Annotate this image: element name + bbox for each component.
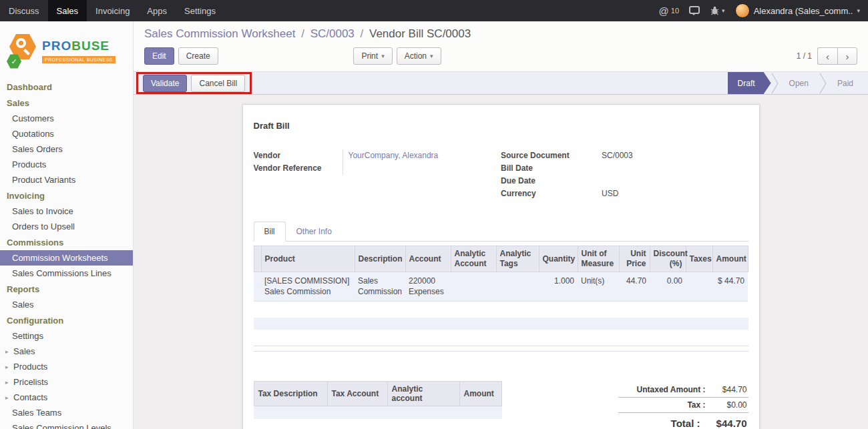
vendor-value-link[interactable]: YourCompany, Alexandra xyxy=(349,151,439,160)
status-draft[interactable]: Draft xyxy=(728,72,771,94)
user-menu[interactable]: Alexandra (Sales_comm.. ▾ xyxy=(735,3,860,18)
total-label: Total : xyxy=(671,418,700,429)
vendor-bill-sheet: Draft Bill Vendor YourCompany, Alexandra… xyxy=(242,104,760,429)
untaxed-amount-row: Untaxed Amount : $44.70 xyxy=(618,382,748,398)
column-header-account: Account xyxy=(405,246,451,272)
tax-row: Tax : $0.00 xyxy=(618,398,748,413)
notebook-tabs: Bill Other Info xyxy=(254,222,748,242)
tax-and-totals-section: Tax Description Tax Account Analytic acc… xyxy=(254,381,748,429)
nav-discuss[interactable]: Discuss xyxy=(0,0,48,21)
untaxed-amount-value: $44.70 xyxy=(706,385,747,394)
column-header-analytic-tags: Analytic Tags xyxy=(496,246,539,272)
edit-button[interactable]: Edit xyxy=(144,47,174,65)
tab-other-info[interactable]: Other Info xyxy=(286,222,343,242)
sidebar-item-label: Pricelists xyxy=(13,377,48,387)
nav-invoicing[interactable]: Invoicing xyxy=(87,0,138,21)
sidebar-item-quotations[interactable]: Quotations xyxy=(0,126,133,141)
column-header-unit-price: Unit Price xyxy=(619,246,650,272)
debug-bug-icon xyxy=(710,6,720,15)
form-view-container: Draft Bill Vendor YourCompany, Alexandra… xyxy=(134,95,868,429)
nav-settings[interactable]: Settings xyxy=(176,0,224,21)
status-paid[interactable]: Paid xyxy=(827,72,864,94)
nav-sales[interactable]: Sales xyxy=(48,0,87,21)
bill-date-value xyxy=(596,162,748,175)
sidebar-item-sales-to-invoice[interactable]: Sales to Invoice xyxy=(0,203,133,219)
column-header-uom: Unit of Measure xyxy=(578,246,619,272)
cell-amount: $ 44.70 xyxy=(712,272,748,302)
check-icon: ✓ xyxy=(11,57,17,66)
tab-bill[interactable]: Bill xyxy=(254,222,286,242)
sidebar-item-orders-to-upsell[interactable]: Orders to Upsell xyxy=(0,219,133,234)
column-header-discount: Discount (%) xyxy=(650,246,686,272)
pager-previous-button[interactable]: ‹ xyxy=(817,47,837,65)
bill-line-row[interactable]: [SALES COMMISSION] Sales Commission Sale… xyxy=(254,272,748,302)
avatar xyxy=(735,3,750,18)
cell-uom: Unit(s) xyxy=(578,272,619,302)
sidebar-item-config-settings[interactable]: Settings xyxy=(0,328,133,344)
cell-analytic-account xyxy=(451,272,496,302)
sidebar-item-reports-sales[interactable]: Sales xyxy=(0,297,133,312)
sidebar-item-commission-worksheets[interactable]: Commission Worksheets xyxy=(0,250,133,266)
sidebar-item-products[interactable]: Products xyxy=(0,157,133,172)
handle-cell xyxy=(254,272,261,302)
logo-text: PROBUSE PROFESSIONAL BUSINESS xyxy=(42,39,116,63)
sidebar-item-config-products[interactable]: ▸ Products xyxy=(0,359,133,374)
cell-discount: 0.00 xyxy=(650,272,686,302)
status-open[interactable]: Open xyxy=(779,72,819,94)
sidebar-item-config-contacts[interactable]: ▸ Contacts xyxy=(0,390,133,405)
total-value: $44.70 xyxy=(700,418,747,429)
untaxed-amount-label: Untaxed Amount : xyxy=(637,385,706,394)
total-row: Total : $44.70 xyxy=(618,413,748,429)
sidebar-heading-commissions[interactable]: Commissions xyxy=(0,234,133,250)
sidebar-item-sales-orders[interactable]: Sales Orders xyxy=(0,141,133,157)
pager-next-button[interactable]: › xyxy=(837,47,857,65)
expand-arrow-icon: ▸ xyxy=(5,348,10,355)
source-document-label: Source Document xyxy=(501,149,596,162)
mentions-button[interactable]: @ 10 xyxy=(659,5,679,17)
column-header-amount: Amount xyxy=(712,246,748,272)
probuse-logo: ✓ PROBUSE PROFESSIONAL BUSINESS xyxy=(0,21,133,79)
chevron-separator-icon xyxy=(771,72,779,94)
sidebar-item-sales-commission-levels[interactable]: Sales Commission Levels xyxy=(0,420,133,429)
nav-apps[interactable]: Apps xyxy=(138,0,176,21)
sidebar-item-product-variants[interactable]: Product Variants xyxy=(0,172,133,187)
sidebar-heading-sales[interactable]: Sales xyxy=(0,95,133,111)
empty-tax-row xyxy=(254,406,502,419)
print-dropdown-button[interactable]: Print ▾ xyxy=(353,47,392,65)
sidebar-item-label: Contacts xyxy=(13,392,47,402)
cell-analytic-tags xyxy=(496,272,539,302)
cell-description: Sales Commission xyxy=(355,272,405,302)
validate-button[interactable]: Validate xyxy=(143,75,187,92)
sidebar-heading-configuration[interactable]: Configuration xyxy=(0,312,133,328)
source-document-value: SC/0003 xyxy=(596,149,748,162)
column-header-description: Description xyxy=(355,246,405,272)
action-dropdown-button[interactable]: Action ▾ xyxy=(397,47,441,65)
sidebar-heading-reports[interactable]: Reports xyxy=(0,281,133,297)
print-label: Print xyxy=(361,51,378,61)
sidebar-item-sales-teams[interactable]: Sales Teams xyxy=(0,405,133,420)
sidebar-item-config-sales[interactable]: ▸ Sales xyxy=(0,344,133,359)
tax-table-area: Tax Description Tax Account Analytic acc… xyxy=(254,381,502,429)
debug-menu-button[interactable]: ▾ xyxy=(710,6,725,15)
field-group-left: Vendor YourCompany, Alexandra Vendor Ref… xyxy=(254,149,501,200)
breadcrumb-worksheet-link[interactable]: Sales Commission Worksheet xyxy=(144,27,295,40)
column-header-tax-analytic-account: Analytic account xyxy=(387,382,459,406)
expand-arrow-icon: ▸ xyxy=(5,394,10,401)
totals-block: Untaxed Amount : $44.70 Tax : $0.00 Tota… xyxy=(618,381,748,429)
sidebar-item-config-pricelists[interactable]: ▸ Pricelists xyxy=(0,374,133,390)
sidebar: ✓ PROBUSE PROFESSIONAL BUSINESS Dashboar… xyxy=(0,21,134,429)
cancel-bill-button[interactable]: Cancel Bill xyxy=(191,75,245,92)
sidebar-item-customers[interactable]: Customers xyxy=(0,111,133,126)
sidebar-heading-invoicing[interactable]: Invoicing xyxy=(0,187,133,203)
vendor-label: Vendor xyxy=(254,149,343,162)
create-button[interactable]: Create xyxy=(178,47,218,65)
sidebar-item-sales-commissions-lines[interactable]: Sales Commissions Lines xyxy=(0,266,133,281)
column-header-tax-account: Tax Account xyxy=(327,382,387,406)
probuse-logo-mark: ✓ xyxy=(7,32,37,69)
bill-state-title: Draft Bill xyxy=(254,121,748,131)
messages-button[interactable] xyxy=(689,7,700,14)
breadcrumb-record-link[interactable]: SC/0003 xyxy=(310,27,355,40)
action-label: Action xyxy=(405,51,427,61)
breadcrumb-current: Vendor Bill SC/0003 xyxy=(369,27,471,40)
sidebar-heading-dashboard[interactable]: Dashboard xyxy=(0,79,133,95)
